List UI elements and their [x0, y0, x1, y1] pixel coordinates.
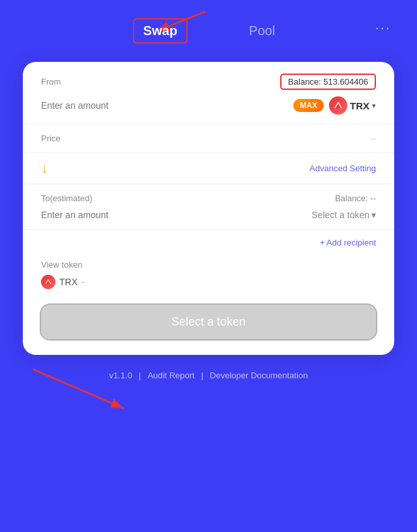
nav-tabs: Swap Pool: [133, 18, 284, 44]
to-amount-input[interactable]: [41, 210, 158, 220]
add-recipient-row: + Add recipient: [23, 230, 394, 255]
view-token-section: View token TRX -: [23, 255, 394, 298]
select-token-button-wrap: Select a token: [23, 298, 394, 342]
trx-icon: [329, 96, 347, 115]
from-section: From Balance: 513.604406 MAX TRX ▾: [23, 62, 394, 124]
to-token-chevron-icon: ▾: [371, 210, 376, 220]
version-text: v1.1.0: [109, 371, 132, 380]
from-header: From Balance: 513.604406: [41, 74, 376, 90]
to-balance-display: Balance: --: [335, 193, 376, 203]
price-value: --: [370, 133, 376, 143]
trx-token-selector[interactable]: TRX ▾: [329, 96, 376, 115]
trx-logo-icon: [333, 100, 343, 111]
audit-report-link[interactable]: Audit Report: [147, 371, 194, 380]
token-controls: MAX TRX ▾: [293, 96, 376, 115]
advanced-setting-link[interactable]: Advanced Setting: [309, 163, 376, 173]
footer-separator-1: |: [139, 371, 141, 380]
swap-card: From Balance: 513.604406 MAX TRX ▾: [23, 62, 394, 355]
from-label: From: [41, 77, 61, 87]
footer-separator-2: |: [201, 371, 203, 380]
pool-tab[interactable]: Pool: [240, 20, 284, 42]
to-label: To(estimated): [41, 193, 93, 203]
token-chevron-icon: ▾: [372, 102, 376, 110]
price-section: Price --: [23, 124, 394, 153]
to-header: To(estimated) Balance: --: [41, 193, 376, 203]
max-button[interactable]: MAX: [293, 99, 324, 112]
view-token-name: TRX: [59, 277, 78, 287]
navigation: Swap Pool ···: [0, 0, 417, 55]
price-label: Price: [41, 133, 61, 143]
view-token-dash: -: [81, 277, 85, 287]
from-amount-input[interactable]: [41, 100, 158, 111]
balance-display: Balance: 513.604406: [280, 74, 376, 90]
middle-row: ↓ Advanced Setting: [23, 153, 394, 184]
select-token-button[interactable]: Select a token: [41, 305, 376, 339]
view-token-row: TRX -: [41, 275, 376, 289]
view-trx-logo-icon: [44, 278, 52, 286]
add-recipient-button[interactable]: + Add recipient: [320, 238, 376, 247]
down-arrow-icon: ↓: [41, 161, 48, 176]
from-token-name: TRX: [350, 100, 369, 111]
more-options-button[interactable]: ···: [375, 20, 391, 36]
to-amount-row: Select a token ▾: [41, 210, 376, 220]
select-token-label: Select a token: [311, 210, 369, 220]
view-token-label: View token: [41, 260, 376, 270]
from-amount-row: MAX TRX ▾: [41, 96, 376, 115]
to-section: To(estimated) Balance: -- Select a token…: [23, 184, 394, 230]
swap-tab[interactable]: Swap: [133, 18, 188, 44]
developer-documentation-link[interactable]: Developer Documentation: [210, 371, 308, 380]
view-trx-icon: [41, 275, 55, 289]
footer: v1.1.0 | Audit Report | Developer Docume…: [109, 371, 308, 380]
to-token-selector[interactable]: Select a token ▾: [311, 210, 376, 220]
